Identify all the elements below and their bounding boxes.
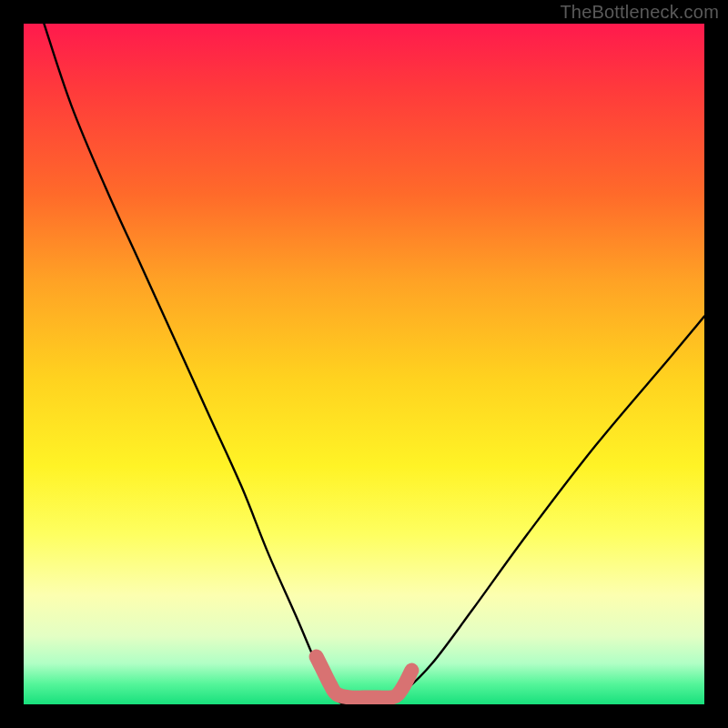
attribution-label: TheBottleneck.com (560, 2, 719, 23)
plot-area (24, 24, 704, 704)
bottleneck-curve-path (44, 24, 704, 704)
chart-frame: TheBottleneck.com (0, 0, 728, 728)
chart-svg (24, 24, 704, 704)
optimal-zone-marker-path (317, 657, 412, 698)
